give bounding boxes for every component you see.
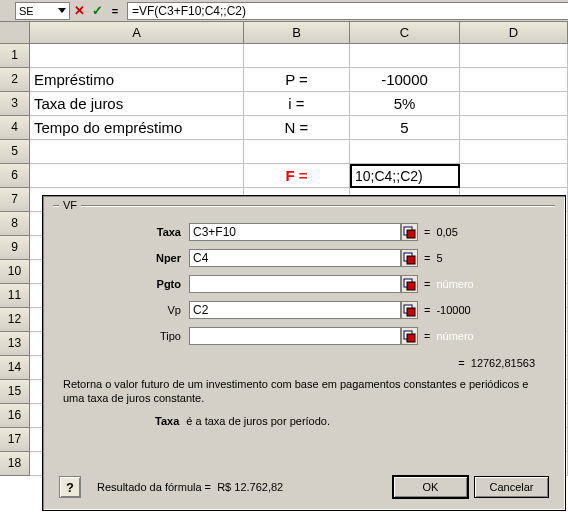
- equals-label: =: [424, 330, 430, 342]
- select-all-corner[interactable]: [0, 22, 30, 43]
- row-header[interactable]: 9: [0, 236, 30, 260]
- column-headers: A B C D: [0, 22, 568, 44]
- row-header[interactable]: 8: [0, 212, 30, 236]
- row-header[interactable]: 13: [0, 332, 30, 356]
- cell[interactable]: Taxa de juros: [30, 92, 244, 116]
- svg-rect-7: [407, 308, 415, 316]
- cell[interactable]: [30, 164, 244, 188]
- range-select-icon[interactable]: [401, 327, 418, 345]
- row-header[interactable]: 3: [0, 92, 30, 116]
- dialog-title: VF: [59, 199, 81, 211]
- cell[interactable]: [460, 140, 568, 164]
- row-header[interactable]: 15: [0, 380, 30, 404]
- svg-rect-9: [407, 334, 415, 342]
- help-button[interactable]: ?: [59, 476, 81, 498]
- equals-label: =: [424, 304, 430, 316]
- row-header[interactable]: 11: [0, 284, 30, 308]
- row-header[interactable]: 12: [0, 308, 30, 332]
- cell[interactable]: [460, 164, 568, 188]
- field-label-nper: Nper: [59, 252, 189, 264]
- function-arguments-dialog: VF Taxa = 0,05 Nper = 5 Pgto = núm: [42, 195, 566, 511]
- svg-rect-3: [407, 256, 415, 264]
- field-label-pgto: Pgto: [59, 278, 189, 290]
- equals-icon[interactable]: =: [107, 3, 123, 19]
- field-label-taxa: Taxa: [59, 226, 189, 238]
- cell[interactable]: [350, 140, 460, 164]
- cell[interactable]: [460, 116, 568, 140]
- pgto-result: número: [436, 278, 473, 290]
- tipo-input[interactable]: [189, 327, 401, 345]
- cell[interactable]: [460, 68, 568, 92]
- cell[interactable]: 5: [350, 116, 460, 140]
- formula-result: Resultado da fórmula = R$ 12.762,82: [97, 481, 283, 493]
- range-select-icon[interactable]: [401, 301, 418, 319]
- taxa-result: 0,05: [436, 226, 457, 238]
- taxa-input[interactable]: [189, 223, 401, 241]
- formula-bar: SE ✕ ✓ = =VF(C3+F10;C4;;C2): [0, 0, 568, 22]
- help-icon: ?: [66, 480, 74, 495]
- range-select-icon[interactable]: [401, 223, 418, 241]
- row-header[interactable]: 7: [0, 188, 30, 212]
- argument-description: Taxa é a taxa de juros por período.: [63, 415, 545, 427]
- nper-result: 5: [436, 252, 442, 264]
- cell[interactable]: i =: [244, 92, 350, 116]
- field-label-tipo: Tipo: [59, 330, 189, 342]
- confirm-formula-icon[interactable]: ✓: [89, 3, 105, 19]
- vp-input[interactable]: [189, 301, 401, 319]
- equals-label: =: [424, 278, 430, 290]
- active-cell[interactable]: 10;C4;;C2): [350, 164, 460, 188]
- name-box-value: SE: [19, 5, 34, 17]
- cell[interactable]: 5%: [350, 92, 460, 116]
- col-header-b[interactable]: B: [244, 22, 350, 43]
- row-header[interactable]: 18: [0, 452, 30, 476]
- cell[interactable]: [30, 140, 244, 164]
- cell[interactable]: -10000: [350, 68, 460, 92]
- tipo-result: número: [436, 330, 473, 342]
- name-box[interactable]: SE: [15, 2, 70, 20]
- formula-input[interactable]: =VF(C3+F10;C4;;C2): [127, 2, 568, 20]
- nper-input[interactable]: [189, 249, 401, 267]
- field-label-vp: Vp: [59, 304, 189, 316]
- row-header[interactable]: 14: [0, 356, 30, 380]
- cell[interactable]: [244, 44, 350, 68]
- cell[interactable]: Tempo do empréstimo: [30, 116, 244, 140]
- vp-result: -10000: [436, 304, 470, 316]
- cancel-formula-icon[interactable]: ✕: [71, 3, 87, 19]
- cell[interactable]: Empréstimo: [30, 68, 244, 92]
- row-header[interactable]: 10: [0, 260, 30, 284]
- range-select-icon[interactable]: [401, 275, 418, 293]
- function-description: Retorna o valor futuro de um investiment…: [63, 377, 545, 405]
- cell[interactable]: F =: [244, 164, 350, 188]
- cell[interactable]: [244, 140, 350, 164]
- cell[interactable]: [460, 44, 568, 68]
- dropdown-arrow-icon[interactable]: [58, 8, 66, 13]
- ok-button[interactable]: OK: [393, 476, 468, 498]
- row-header[interactable]: 16: [0, 404, 30, 428]
- row-header[interactable]: 4: [0, 116, 30, 140]
- col-header-d[interactable]: D: [460, 22, 568, 43]
- cancel-button[interactable]: Cancelar: [474, 476, 549, 498]
- row-header[interactable]: 5: [0, 140, 30, 164]
- equals-label: =: [424, 226, 430, 238]
- row-header[interactable]: 2: [0, 68, 30, 92]
- pgto-input[interactable]: [189, 275, 401, 293]
- col-header-a[interactable]: A: [30, 22, 244, 43]
- row-header[interactable]: 6: [0, 164, 30, 188]
- col-header-c[interactable]: C: [350, 22, 460, 43]
- cell[interactable]: [460, 92, 568, 116]
- svg-rect-5: [407, 282, 415, 290]
- cell[interactable]: N =: [244, 116, 350, 140]
- svg-rect-1: [407, 230, 415, 238]
- row-header[interactable]: 1: [0, 44, 30, 68]
- range-select-icon[interactable]: [401, 249, 418, 267]
- row-header[interactable]: 17: [0, 428, 30, 452]
- cell[interactable]: [30, 44, 244, 68]
- cell[interactable]: [350, 44, 460, 68]
- cell[interactable]: P =: [244, 68, 350, 92]
- equals-label: =: [424, 252, 430, 264]
- calc-result: = 12762,81563: [458, 357, 535, 369]
